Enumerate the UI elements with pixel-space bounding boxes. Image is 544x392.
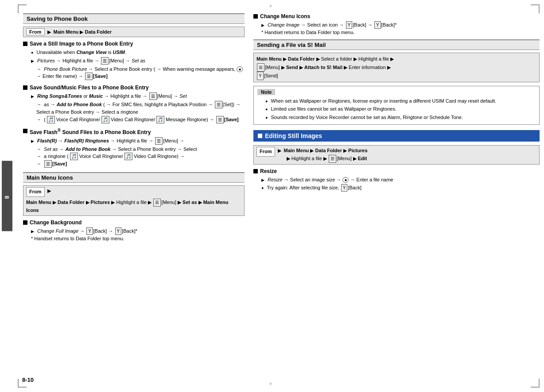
change-bg-note: * Handset returns to Data Folder top men… — [23, 236, 245, 241]
save-icon3: ☰ — [44, 160, 52, 168]
sound-sub2: ( 🎵 Voice Call Ringtone/ 🎵 Video Call Ri… — [23, 116, 245, 123]
flash-sound-block: Save Flash® Sound Files to a Phone Book … — [23, 128, 245, 168]
menu-icon6: ☰ — [329, 155, 336, 163]
flash-sub3: ☰[Save] — [23, 160, 245, 168]
circle-btn2: ● — [342, 177, 349, 183]
flash-arrow1: Flash(R) → Flash(R) Ringtones → Highligh… — [23, 137, 245, 145]
menu-icon5: ☰ — [257, 63, 264, 72]
change-menu-icons-block: Change Menu Icons Change Image → Select … — [253, 13, 540, 35]
flash-sub2: a ringtone ( 🎵 Voice Call Ringtone/ 🎵 Vi… — [23, 153, 245, 160]
send-icon: Y — [257, 72, 264, 80]
save-icon: ☰ — [85, 73, 93, 80]
back-icon: Y — [86, 227, 93, 235]
sound-music-heading: Save Sound/Music Files to a Phone Book E… — [30, 85, 149, 91]
menu-icon: ☰ — [101, 57, 109, 65]
page-container: 8 Managing Files Saving to Phone Book Fr… — [0, 0, 544, 392]
voice-call-icon: 🎵 — [47, 116, 55, 123]
white-square-icon — [258, 134, 262, 138]
main-content: Saving to Phone Book From ▶ Main Menu ▶ … — [14, 0, 544, 392]
saving-section-title: Saving to Phone Book — [23, 13, 245, 24]
back-icon3: Y — [346, 21, 353, 29]
still-image-arrow1: Pictures → Highlight a file → ☰[Menu] → … — [23, 57, 245, 65]
sending-title: Sending a File via S! Mail — [253, 39, 540, 50]
sending-from-path: Main Menu ▶ Data Folder ▶ Select a folde… — [256, 55, 394, 80]
video-call-icon2: 🎵 — [124, 153, 132, 160]
change-bg-arrow: Change Full Image → Y[Back] → Y[Back]* — [23, 227, 245, 235]
sound-music-block: Save Sound/Music Files to a Phone Book E… — [23, 85, 245, 123]
flash-sound-heading: Save Flash® Sound Files to a Phone Book … — [30, 128, 151, 135]
change-bg-header: Change Background — [23, 219, 245, 226]
menu-icon4: ☰ — [153, 199, 161, 207]
back-icon2: Y — [115, 227, 122, 235]
save-icon2: ☰ — [216, 116, 224, 123]
right-column: Change Menu Icons Change Image → Select … — [253, 13, 540, 383]
resize-block: Resize Resize → Select an image size → ●… — [253, 168, 540, 192]
menu-icon2: ☰ — [149, 92, 157, 100]
main-menu-from-bar: From ▶ Main Menu ▶ Data Folder ▶ Picture… — [23, 185, 245, 216]
side-tab: 8 Managing Files — [0, 0, 14, 392]
still-image-sub1: Phone Book Picture → Select a Phone Book… — [23, 65, 245, 81]
note-title: Note — [257, 89, 275, 95]
flash-sub1: Set as → Add to Phone Book → Select a Ph… — [23, 146, 245, 153]
from-label2: From — [26, 187, 45, 197]
change-menu-icons-heading: Change Menu Icons — [260, 13, 310, 19]
sound-music-header: Save Sound/Music Files to a Phone Book E… — [23, 85, 245, 91]
chapter-title: Managing Files — [12, 178, 17, 213]
black-square-icon — [23, 42, 27, 46]
black-square-icon2 — [23, 85, 27, 90]
black-square-icon6 — [253, 169, 258, 173]
still-image-bullet1: Unavailable when Change View is USIM. — [23, 49, 245, 56]
editing-title-bar: Editing Still Images — [253, 130, 540, 142]
note-bullet2: Limited use files cannot be set as Wallp… — [257, 105, 536, 113]
note-bullet3: Sounds recorded by Voice Recorder cannot… — [257, 114, 536, 121]
main-menu-icons-title: Main Menu Icons — [23, 172, 245, 183]
resize-header: Resize — [253, 168, 540, 174]
set-icon: ☰ — [215, 101, 222, 108]
editing-title: Editing Still Images — [265, 132, 322, 139]
back-icon5: Y — [341, 184, 348, 192]
from-label: From — [26, 28, 45, 35]
circle-btn: ● — [237, 66, 243, 72]
note-bullet1: When set as Wallpaper or Ringtones, lice… — [257, 97, 536, 105]
editing-from-bar: From ▶ Main Menu ▶ Data Folder ▶ Picture… — [253, 145, 540, 165]
sending-from-bar: Main Menu ▶ Data Folder ▶ Select a folde… — [253, 53, 540, 82]
black-square-icon5 — [253, 14, 258, 19]
black-square-icon3 — [23, 129, 27, 133]
editing-section: Editing Still Images From ▶ Main Menu ▶ … — [253, 130, 540, 192]
resize-bullet1: Try again: After selecting file size, Y[… — [253, 184, 540, 192]
still-image-header: Save a Still Image to a Phone Book Entry — [23, 41, 245, 47]
sending-section: Sending a File via S! Mail Main Menu ▶ D… — [253, 39, 540, 125]
saving-from-bar: From ▶ Main Menu ▶ Data Folder — [23, 27, 245, 37]
still-image-heading: Save a Still Image to a Phone Book Entry — [30, 41, 133, 47]
change-menu-icons-header: Change Menu Icons — [253, 13, 540, 19]
change-bg-heading: Change Background — [30, 219, 82, 226]
still-image-block: Save a Still Image to a Phone Book Entry… — [23, 41, 245, 80]
saving-from-path: Main Menu ▶ Data Folder — [54, 29, 112, 35]
note-box: Note When set as Wallpaper or Ringtones,… — [253, 86, 540, 125]
sound-arrow1: Ring Songs&Tones or Music → Highlight a … — [23, 92, 245, 100]
page-number: 8-10 — [22, 377, 34, 383]
change-menu-arrow: Change Image → Select an icon → Y[Back] … — [253, 21, 540, 29]
editing-from-path: Main Menu ▶ Data Folder ▶ Pictures ▶ Hig… — [284, 147, 368, 163]
change-background-block: Change Background Change Full Image → Y[… — [23, 219, 245, 241]
resize-heading: Resize — [260, 168, 277, 174]
black-square-icon4 — [23, 220, 27, 225]
voice-call-icon2: 🎵 — [70, 153, 78, 160]
msg-icon: 🎵 — [156, 116, 164, 123]
change-menu-note: * Handset returns to Data Folder top men… — [253, 30, 540, 35]
video-call-icon: 🎵 — [101, 116, 109, 123]
side-tab-inner: 8 Managing Files — [2, 161, 12, 231]
flash-sound-header: Save Flash® Sound Files to a Phone Book … — [23, 128, 245, 135]
main-menu-path: Main Menu ▶ Data Folder ▶ Pictures ▶ Hig… — [26, 199, 241, 215]
menu-icon3: ☰ — [155, 137, 163, 145]
from-label3: From — [256, 147, 275, 157]
back-icon4: Y — [374, 21, 381, 29]
left-column: Saving to Phone Book From ▶ Main Menu ▶ … — [23, 13, 245, 383]
chapter-number: 8 — [4, 196, 10, 199]
resize-arrow1: Resize → Select an image size → ● → Ente… — [253, 176, 540, 184]
sound-sub1: as → Add to Phone Book ( → For SMC files… — [23, 101, 245, 116]
